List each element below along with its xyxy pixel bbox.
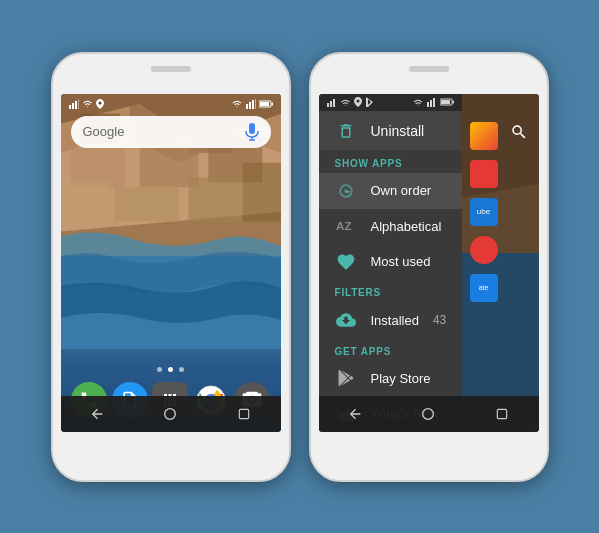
svg-rect-20 — [246, 104, 248, 109]
peeking-icon-4 — [470, 236, 498, 264]
svg-rect-49 — [441, 100, 450, 104]
svg-rect-52 — [497, 409, 506, 418]
installed-icon — [335, 309, 357, 331]
status-right-icons — [231, 99, 273, 109]
most-used-label: Most used — [371, 254, 446, 269]
right-phone: Uninstall SHOW APPS Own order AZ — [309, 52, 549, 482]
alphabetical-menu-item[interactable]: AZ Alphabetical — [319, 209, 462, 244]
svg-rect-26 — [260, 102, 269, 106]
alphabetical-icon: AZ — [335, 215, 357, 237]
svg-rect-18 — [78, 99, 79, 109]
right-wifi-icon — [340, 98, 351, 107]
installed-menu-item[interactable]: Installed 43 — [319, 302, 462, 337]
svg-text:AZ: AZ — [336, 219, 352, 232]
app-drawer-menu: Uninstall SHOW APPS Own order AZ — [319, 94, 462, 432]
right-back-nav-icon[interactable] — [343, 402, 367, 426]
svg-rect-25 — [271, 102, 273, 105]
svg-point-51 — [423, 408, 434, 419]
phone-top-notch — [151, 66, 191, 72]
installed-count: 43 — [433, 313, 446, 327]
uninstall-label: Uninstall — [371, 123, 446, 139]
svg-rect-46 — [433, 98, 435, 107]
right-location-icon — [354, 97, 362, 107]
svg-rect-11 — [115, 187, 179, 221]
right-status-left — [327, 97, 374, 107]
play-store-label: Play Store — [371, 371, 446, 386]
page-dots — [61, 367, 281, 372]
svg-point-19 — [98, 101, 101, 104]
left-status-bar — [61, 94, 281, 114]
peeking-app-2 — [466, 156, 535, 192]
mic-icon — [245, 123, 259, 141]
most-used-menu-item[interactable]: Most used — [319, 244, 462, 279]
signal-icon — [69, 99, 79, 109]
filters-section-label: FILTERS — [319, 279, 462, 302]
most-used-icon — [335, 251, 357, 273]
svg-rect-48 — [452, 101, 454, 104]
peeking-app-5: ate — [466, 270, 535, 306]
dot-3 — [179, 367, 184, 372]
svg-rect-41 — [330, 101, 332, 107]
own-order-label: Own order — [371, 183, 446, 198]
back-nav-icon[interactable] — [85, 402, 109, 426]
svg-rect-42 — [333, 99, 335, 107]
svg-rect-21 — [249, 102, 251, 109]
right-battery-icon — [440, 98, 454, 106]
uninstall-header[interactable]: Uninstall — [319, 111, 462, 150]
right-recent-nav-icon[interactable] — [490, 402, 514, 426]
battery-icon — [259, 100, 273, 108]
svg-rect-40 — [327, 103, 329, 107]
right-phone-bottom-bar — [311, 432, 547, 480]
play-store-icon — [335, 367, 357, 389]
right-status-right — [412, 97, 454, 107]
right-status-bar — [319, 94, 462, 112]
right-nfc-icon — [365, 97, 374, 107]
search-bar-label: Google — [83, 124, 125, 139]
wifi-icon — [82, 99, 93, 108]
svg-rect-36 — [239, 409, 248, 418]
svg-rect-27 — [249, 123, 255, 134]
left-phone-bottom-bar — [53, 432, 289, 480]
home-nav-icon[interactable] — [158, 402, 182, 426]
google-search-bar[interactable]: Google — [71, 116, 271, 148]
search-button[interactable] — [505, 118, 533, 146]
svg-rect-17 — [75, 101, 77, 109]
left-phone: Google — [51, 52, 291, 482]
svg-point-43 — [356, 100, 359, 103]
trash-icon — [335, 120, 357, 142]
dot-2-active — [168, 367, 173, 372]
alphabetical-label: Alphabetical — [371, 219, 446, 234]
svg-rect-12 — [188, 177, 242, 221]
right-signal-icon — [327, 97, 337, 107]
svg-rect-22 — [252, 100, 254, 109]
status-left-icons — [69, 99, 104, 109]
svg-rect-16 — [72, 103, 74, 109]
svg-rect-15 — [69, 105, 71, 109]
right-screen-nav — [319, 396, 539, 432]
left-screen-nav — [61, 396, 281, 432]
right-cellular-icon — [427, 97, 437, 107]
svg-rect-45 — [430, 100, 432, 107]
peeking-icon-3: ube — [470, 198, 498, 226]
peeking-icon-5: ate — [470, 274, 498, 302]
svg-rect-44 — [427, 102, 429, 107]
wifi-signal-icon — [231, 99, 243, 108]
svg-rect-7 — [70, 148, 124, 187]
left-phone-screen: Google — [61, 94, 281, 432]
svg-point-35 — [165, 408, 176, 419]
svg-rect-10 — [61, 182, 110, 221]
peeking-icon-2 — [470, 160, 498, 188]
svg-rect-13 — [242, 162, 280, 221]
peeking-app-3: ube — [466, 194, 535, 230]
play-store-menu-item[interactable]: Play Store — [319, 361, 462, 396]
right-phone-notch — [409, 66, 449, 72]
get-apps-section-label: GET APPS — [319, 338, 462, 361]
peeking-app-4 — [466, 232, 535, 268]
cellular-icon — [246, 99, 256, 109]
recent-nav-icon[interactable] — [232, 402, 256, 426]
location-icon — [96, 99, 104, 109]
own-order-menu-item[interactable]: Own order — [319, 173, 462, 208]
dot-1 — [157, 367, 162, 372]
right-wifi-signal-icon — [412, 98, 424, 107]
right-home-nav-icon[interactable] — [416, 402, 440, 426]
